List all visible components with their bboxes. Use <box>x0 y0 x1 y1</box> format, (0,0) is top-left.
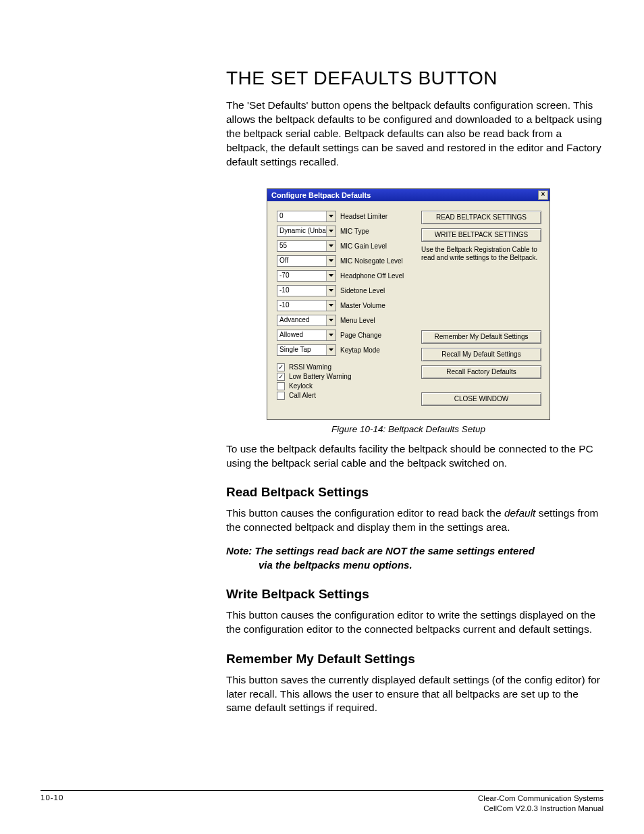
chevron-down-icon[interactable] <box>326 301 336 311</box>
combo-value: Dynamic (Unbalan <box>277 226 326 236</box>
svg-marker-5 <box>329 289 333 292</box>
chevron-down-icon[interactable] <box>326 241 336 251</box>
svg-marker-3 <box>329 259 333 262</box>
combo-value: Advanced <box>277 315 326 325</box>
svg-marker-8 <box>329 334 333 336</box>
close-icon[interactable]: × <box>538 190 548 200</box>
field-row: -10Sidetone Level <box>277 285 408 296</box>
section-heading-remember: Remember My Default Settings <box>226 652 603 667</box>
chevron-down-icon[interactable] <box>326 271 336 281</box>
dialog-configure-beltpack-defaults: Configure Beltpack Defaults × 0Headset L… <box>267 188 550 420</box>
field-label: MIC Type <box>340 228 369 235</box>
checkbox-label: RSSI Warning <box>289 363 331 371</box>
checkbox-3[interactable] <box>277 392 285 400</box>
chevron-down-icon[interactable] <box>326 315 336 325</box>
checkbox-row: Call Alert <box>277 392 408 400</box>
recall-my-default-settings-button[interactable]: Recall My Default Settings <box>421 348 541 361</box>
combo-value: -10 <box>277 301 326 311</box>
combo-8[interactable]: Allowed <box>277 330 336 341</box>
page-number: 10-10 <box>41 793 63 814</box>
combo-value: -10 <box>277 286 326 296</box>
svg-marker-9 <box>329 348 333 351</box>
intro-paragraph: The 'Set Defaults' button opens the belt… <box>226 99 603 170</box>
hint-text: Use the Beltpack Registration Cable to r… <box>421 246 541 263</box>
field-label: Sidetone Level <box>340 287 385 294</box>
close-window-button[interactable]: CLOSE WINDOW <box>421 392 541 406</box>
dialog-title: Configure Beltpack Defaults <box>271 191 371 199</box>
field-row: Dynamic (UnbalanMIC Type <box>277 226 408 237</box>
checkbox-0[interactable]: ✓ <box>277 363 285 371</box>
chevron-down-icon[interactable] <box>326 330 336 340</box>
chevron-down-icon[interactable] <box>326 211 336 221</box>
combo-0[interactable]: 0 <box>277 211 336 222</box>
checkbox-1[interactable]: ✓ <box>277 373 285 381</box>
field-row: -10Master Volume <box>277 300 408 311</box>
checkbox-2[interactable] <box>277 382 285 390</box>
combo-value: Off <box>277 256 326 266</box>
remember-my-default-settings-button[interactable]: Remember My Default Settings <box>421 330 541 344</box>
page-footer: 10-10 Clear-Com Communication Systems Ce… <box>41 790 603 814</box>
section-heading-read: Read Beltpack Settings <box>226 485 603 500</box>
checkbox-row: Keylock <box>277 382 408 390</box>
checkbox-label: Call Alert <box>289 392 316 399</box>
svg-marker-6 <box>329 304 333 307</box>
section-heading-write: Write Beltpack Settings <box>226 587 603 602</box>
section-remember-paragraph: This button saves the currently displaye… <box>226 673 603 716</box>
chevron-down-icon[interactable] <box>326 226 336 236</box>
field-label: Menu Level <box>340 317 375 324</box>
field-row: AdvancedMenu Level <box>277 315 408 326</box>
svg-marker-0 <box>329 215 333 217</box>
footer-line-2: CellCom V2.0.3 Instruction Manual <box>478 804 603 814</box>
write-beltpack-settings-button[interactable]: WRITE BELTPACK SETTINGS <box>421 228 541 242</box>
combo-value: 55 <box>277 241 326 251</box>
after-figure-paragraph: To use the beltpack defaults facility th… <box>226 442 603 471</box>
recall-factory-defaults-button[interactable]: Recall Factory Defaults <box>421 365 541 379</box>
svg-marker-2 <box>329 244 333 247</box>
field-label: Page Change <box>340 332 381 339</box>
combo-2[interactable]: 55 <box>277 240 336 252</box>
combo-value: 0 <box>277 211 326 221</box>
svg-marker-4 <box>329 274 333 277</box>
combo-6[interactable]: -10 <box>277 300 336 311</box>
field-label: MIC Noisegate Level <box>340 257 403 265</box>
field-label: Headset Limiter <box>340 213 387 220</box>
field-row: -70Headphone Off Level <box>277 270 408 282</box>
chevron-down-icon[interactable] <box>326 286 336 296</box>
field-row: 0Headset Limiter <box>277 211 408 222</box>
section-write-paragraph: This button causes the configuration edi… <box>226 608 603 637</box>
dialog-titlebar: Configure Beltpack Defaults × <box>267 189 549 201</box>
combo-value: Allowed <box>277 330 326 340</box>
svg-marker-1 <box>329 230 333 232</box>
field-label: Keytap Mode <box>340 346 380 354</box>
field-row: Single TapKeytap Mode <box>277 344 408 356</box>
section-read-paragraph: This button causes the configuration edi… <box>226 506 603 535</box>
field-label: Headphone Off Level <box>340 272 404 280</box>
combo-7[interactable]: Advanced <box>277 315 336 326</box>
page-title: THE SET DEFAULTS BUTTON <box>226 68 603 89</box>
combo-value: -70 <box>277 271 326 281</box>
chevron-down-icon[interactable] <box>326 345 336 355</box>
combo-3[interactable]: Off <box>277 255 336 267</box>
footer-line-1: Clear-Com Communication Systems <box>478 793 603 804</box>
checkbox-row: ✓Low Battery Warning <box>277 373 408 381</box>
combo-9[interactable]: Single Tap <box>277 344 336 356</box>
field-row: 55MIC Gain Level <box>277 240 408 252</box>
checkbox-row: ✓RSSI Warning <box>277 363 408 371</box>
combo-5[interactable]: -10 <box>277 285 336 296</box>
figure-caption: Figure 10-14: Beltpack Defaults Setup <box>267 424 550 434</box>
note-text: Note: The settings read back are NOT the… <box>226 544 603 572</box>
combo-4[interactable]: -70 <box>277 270 336 282</box>
field-label: Master Volume <box>340 302 385 309</box>
field-label: MIC Gain Level <box>340 242 387 250</box>
field-row: OffMIC Noisegate Level <box>277 255 408 267</box>
checkbox-label: Low Battery Warning <box>289 373 351 380</box>
checkbox-label: Keylock <box>289 382 313 390</box>
combo-value: Single Tap <box>277 345 326 355</box>
svg-marker-7 <box>329 319 333 321</box>
combo-1[interactable]: Dynamic (Unbalan <box>277 226 336 237</box>
chevron-down-icon[interactable] <box>326 256 336 266</box>
field-row: AllowedPage Change <box>277 330 408 341</box>
read-beltpack-settings-button[interactable]: READ BELTPACK SETTINGS <box>421 211 541 224</box>
